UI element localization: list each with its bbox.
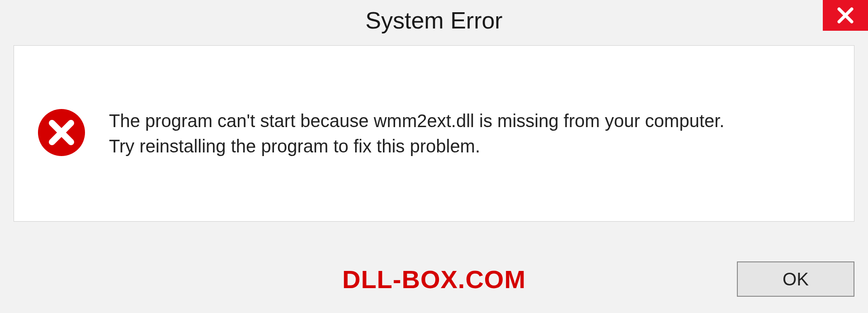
ok-button-label: OK — [783, 269, 809, 289]
content-panel: The program can't start because wmm2ext.… — [14, 45, 854, 222]
error-message: The program can't start because wmm2ext.… — [109, 108, 831, 159]
brand-watermark: DLL-BOX.COM — [342, 265, 526, 294]
dialog-title: System Error — [365, 7, 502, 34]
error-icon — [37, 108, 86, 159]
close-icon — [836, 6, 854, 24]
ok-button[interactable]: OK — [737, 261, 854, 297]
title-bar: System Error — [0, 0, 868, 41]
message-line-2: Try reinstalling the program to fix this… — [109, 133, 831, 159]
close-button[interactable] — [823, 0, 868, 31]
message-line-1: The program can't start because wmm2ext.… — [109, 108, 831, 133]
footer-row: DLL-BOX.COM OK — [14, 259, 854, 299]
